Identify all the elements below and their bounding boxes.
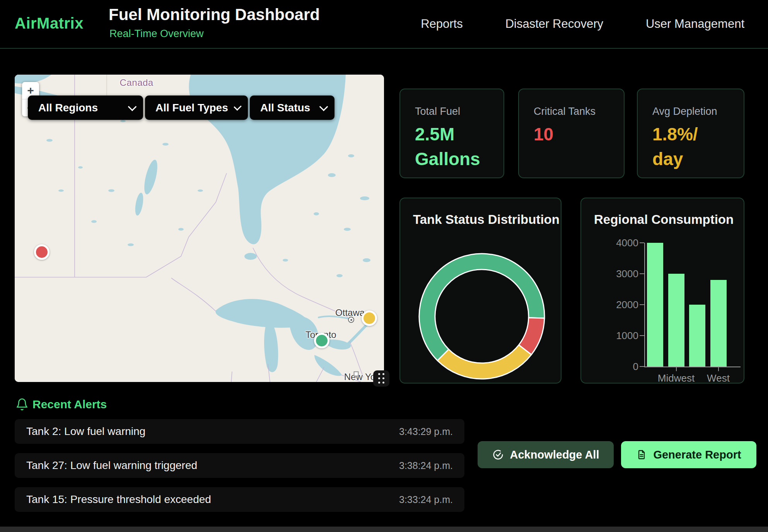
stat-label: Total Fuel [415, 106, 460, 118]
app-logo: AirMatrix [15, 15, 84, 32]
x-axis-tick-label: West [691, 372, 746, 384]
fuel-type-filter-dropdown[interactable]: All Fuel Types [145, 95, 248, 120]
alerts-heading: Recent Alerts [32, 398, 107, 411]
doughnut-segment-yellow [437, 345, 531, 379]
alert-message: Tank 15: Pressure threshold exceeded [26, 493, 211, 506]
y-axis-tick-label: 2000 [600, 299, 638, 311]
check-circle-icon [492, 449, 504, 460]
square-icon [354, 372, 359, 377]
tank-status-chart-card: Tank Status Distribution [399, 198, 561, 384]
dashboard-root: AirMatrix Fuel Monitoring Dashboard Real… [0, 0, 768, 532]
stat-card-avg-depletion: Avg Depletion 1.8%/day [637, 89, 744, 178]
alert-row[interactable]: Tank 15: Pressure threshold exceeded 3:3… [15, 487, 464, 512]
stat-value: 2.5MGallons [415, 122, 480, 172]
y-axis-tick-label: 1000 [600, 330, 638, 342]
status-filter-value: All Status [260, 102, 310, 114]
stat-card-total-fuel: Total Fuel 2.5MGallons [399, 89, 504, 178]
chevron-down-icon [128, 102, 137, 111]
region-filter-value: All Regions [38, 102, 98, 114]
tank-marker[interactable] [362, 310, 377, 326]
y-axis-tick [640, 242, 644, 243]
y-axis-tick [640, 335, 644, 336]
page-title: Fuel Monitoring Dashboard [109, 5, 320, 24]
regional-consumption-bar-chart: 01000200030004000MidwestWest [581, 198, 745, 384]
header: AirMatrix Fuel Monitoring Dashboard Real… [0, 0, 768, 49]
page-subtitle: Real-Time Overview [109, 28, 204, 40]
document-icon [636, 449, 647, 460]
x-axis-tick [718, 367, 719, 371]
acknowledge-all-button[interactable]: Acknowledge All [478, 441, 614, 468]
alert-row[interactable]: Tank 2: Low fuel warning 3:43:29 p.m. [15, 419, 464, 444]
tank-marker[interactable] [34, 244, 49, 260]
bar [689, 305, 705, 367]
tank-status-doughnut-chart [400, 198, 562, 384]
x-axis-tick [676, 367, 677, 371]
y-axis-tick [640, 304, 644, 305]
bar [710, 280, 727, 367]
alert-timestamp: 3:43:29 p.m. [399, 426, 453, 437]
alert-message: Tank 2: Low fuel warning [26, 425, 145, 438]
map-panel[interactable]: Canada OttawaTorontoNew York + − All Reg… [15, 75, 384, 382]
alert-row[interactable]: Tank 27: Low fuel warning triggered 3:38… [15, 453, 464, 478]
generate-report-button[interactable]: Generate Report [621, 441, 756, 468]
stat-card-critical-tanks: Critical Tanks 10 [518, 89, 625, 178]
y-axis-tick [640, 366, 644, 367]
chevron-down-icon [319, 102, 328, 111]
alert-timestamp: 3:33:24 p.m. [399, 494, 453, 505]
y-axis-tick-label: 0 [600, 361, 638, 373]
alert-message: Tank 27: Low fuel warning triggered [26, 459, 197, 472]
tank-marker[interactable] [314, 333, 329, 348]
fuel-type-filter-value: All Fuel Types [155, 102, 228, 114]
y-axis-line [644, 243, 645, 367]
nav-reports[interactable]: Reports [421, 17, 463, 31]
map-country-label: Canada [120, 77, 154, 88]
nav-user-management[interactable]: User Management [646, 17, 744, 31]
bell-icon [15, 397, 29, 411]
nav-disaster-recovery[interactable]: Disaster Recovery [505, 17, 603, 31]
y-axis-tick [640, 273, 644, 274]
stat-value: 10 [534, 122, 553, 147]
chevron-down-icon [234, 102, 242, 111]
x-axis-line [644, 367, 741, 367]
status-filter-dropdown[interactable]: All Status [250, 95, 335, 120]
stat-label: Critical Tanks [534, 106, 596, 118]
town-dot-icon [348, 317, 354, 323]
main-nav: Reports Disaster Recovery User Managemen… [421, 0, 744, 48]
bar [647, 243, 663, 367]
stat-label: Avg Depletion [652, 106, 717, 118]
region-filter-dropdown[interactable]: All Regions [28, 95, 143, 120]
alert-timestamp: 3:38:24 p.m. [399, 460, 453, 471]
regional-consumption-chart-card: Regional Consumption 01000200030004000Mi… [580, 198, 744, 384]
y-axis-tick-label: 3000 [600, 268, 638, 280]
window-bottom-edge [0, 527, 768, 532]
bar [668, 274, 684, 367]
y-axis-tick-label: 4000 [600, 237, 638, 249]
map-drag-handle-icon[interactable] [373, 370, 389, 387]
stat-value: 1.8%/day [652, 122, 698, 172]
